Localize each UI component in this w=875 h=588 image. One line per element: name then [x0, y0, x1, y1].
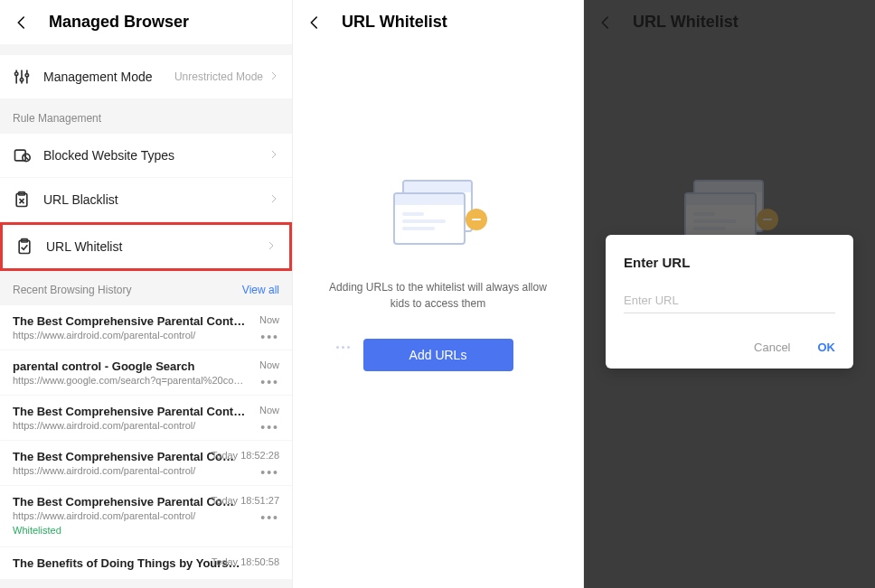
more-icon[interactable]: •••	[260, 511, 279, 524]
row-management-mode[interactable]: Management Mode Unrestricted Mode	[0, 55, 292, 99]
chevron-right-icon	[268, 147, 279, 163]
history-url: https://www.airdroid.com/parental-contro…	[13, 330, 246, 341]
chevron-right-icon	[268, 191, 279, 208]
history-time: Now	[259, 405, 279, 415]
clipboard-x-icon	[13, 191, 31, 209]
page-title: URL Whitelist	[342, 13, 447, 32]
panel-managed-browser: Managed Browser Management Mode Unrestri…	[0, 0, 293, 588]
history-url: https://www.airdroid.com/parental-contro…	[13, 465, 246, 476]
history-url: https://www.google.com/search?q=parental…	[13, 375, 246, 386]
empty-state-text: Adding URLs to the whitelist will always…	[293, 252, 583, 312]
header: URL Whitelist	[293, 0, 583, 44]
row-label: URL Whitelist	[46, 239, 266, 254]
dialog-title: Enter URL	[624, 255, 835, 270]
row-label: Management Mode	[43, 70, 174, 84]
svg-point-4	[20, 79, 23, 81]
history-time: Now	[259, 314, 279, 325]
svg-point-3	[15, 72, 18, 75]
empty-illustration	[393, 180, 484, 252]
minus-badge-icon	[466, 209, 487, 230]
history-item[interactable]: The Best Comprehensive Parental Co… http…	[0, 441, 292, 486]
panel-url-whitelist-empty: URL Whitelist Adding URLs to the whiteli…	[293, 0, 584, 588]
back-icon[interactable]	[306, 14, 324, 32]
row-url-whitelist[interactable]: URL Whitelist	[3, 225, 289, 268]
history-item[interactable]: The Benefits of Doing Things by Yours… T…	[0, 547, 292, 580]
history-item[interactable]: The Best Comprehensive Parental Co… http…	[0, 486, 292, 547]
history-item[interactable]: The Best Comprehensive Parental Control …	[0, 305, 292, 350]
more-icon[interactable]: •••	[260, 331, 279, 343]
history-label: Recent Browsing History	[13, 284, 131, 296]
panel-url-whitelist-dialog: URL Whitelist Enter URL Cancel OK	[584, 0, 875, 588]
history-header: Recent Browsing History View all	[0, 271, 292, 305]
history-title: parental control - Google Search	[13, 359, 246, 373]
enter-url-dialog: Enter URL Cancel OK	[606, 235, 853, 369]
ok-button[interactable]: OK	[818, 341, 836, 354]
dialog-actions: Cancel OK	[624, 341, 835, 354]
history-time: Now	[259, 359, 279, 370]
row-url-blacklist[interactable]: URL Blacklist	[0, 178, 292, 222]
history-item[interactable]: The Best Comprehensive Parental Control …	[0, 396, 292, 441]
clipboard-check-icon	[15, 238, 33, 256]
blocked-icon	[13, 146, 31, 164]
history-time: Today 18:51:27	[212, 495, 279, 506]
history-time: Today 18:50:58	[212, 556, 279, 567]
more-icon[interactable]: •••	[260, 421, 279, 434]
back-icon[interactable]	[13, 14, 31, 32]
row-blocked-types[interactable]: Blocked Website Types	[0, 134, 292, 178]
whitelisted-badge: Whitelisted	[13, 525, 61, 536]
history-url: https://www.airdroid.com/parental-contro…	[13, 510, 246, 521]
header: Managed Browser	[0, 0, 292, 44]
svg-point-5	[25, 74, 28, 77]
more-icon[interactable]: •••	[260, 376, 279, 388]
row-label: URL Blacklist	[43, 192, 268, 207]
chevron-right-icon	[268, 69, 279, 85]
cancel-button[interactable]: Cancel	[754, 341, 790, 354]
decoration-dots	[336, 346, 350, 349]
section-rule-management: Rule Management	[0, 99, 292, 134]
more-icon[interactable]: •••	[260, 466, 279, 479]
highlighted-whitelist: URL Whitelist	[0, 222, 292, 271]
view-all-link[interactable]: View all	[242, 284, 279, 296]
row-value: Unrestricted Mode	[174, 70, 263, 83]
history-url: https://www.airdroid.com/parental-contro…	[13, 420, 246, 431]
history-title: The Best Comprehensive Parental Control …	[13, 314, 246, 328]
row-label: Blocked Website Types	[43, 148, 268, 163]
sliders-icon	[13, 68, 31, 86]
history-time: Today 18:52:28	[212, 450, 279, 461]
chevron-right-icon	[266, 238, 277, 255]
page-title: Managed Browser	[49, 13, 189, 32]
add-urls-button[interactable]: Add URLs	[363, 339, 513, 371]
history-item[interactable]: parental control - Google Search https:/…	[0, 350, 292, 396]
url-input[interactable]	[624, 288, 835, 313]
history-title: The Best Comprehensive Parental Control …	[13, 405, 246, 418]
